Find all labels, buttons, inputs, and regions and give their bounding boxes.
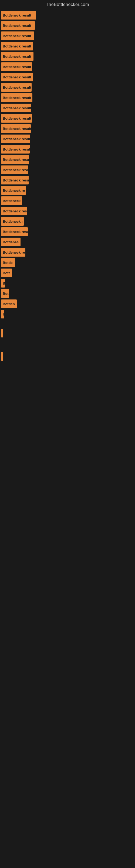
bottleneck-bar: Bot <box>1 289 9 298</box>
bar-row <box>0 348 135 350</box>
bar-label: Bottleneck result <box>3 44 31 48</box>
bar-row: B <box>0 279 135 287</box>
bar-label: Bott <box>3 271 10 275</box>
bar-row: Bottleneck result <box>0 155 135 164</box>
bar-row: Bottleneck result <box>0 114 135 123</box>
bottleneck-bar: Bottleneck result <box>1 145 30 154</box>
bottleneck-bar: Bottle <box>1 258 15 267</box>
bar-label: Bottleneck result <box>3 116 31 120</box>
bar-label: Bottleneck r <box>3 219 23 223</box>
bottleneck-bar: | <box>1 352 3 361</box>
bottleneck-bar: Bottleneck result <box>1 155 29 164</box>
bar-label: Bottleneck result <box>3 65 31 69</box>
bar-row: Bottleneck result <box>0 52 135 61</box>
bar-label: Bottleneck result <box>3 178 29 182</box>
bar-row: Bottleneck result <box>0 73 135 82</box>
bottleneck-bar: Bottleneck res <box>1 207 27 215</box>
bar-label: Bottleneck resu <box>3 230 28 234</box>
bar-row: Bot <box>0 289 135 298</box>
bar-row: | <box>0 352 135 361</box>
bar-row: | <box>0 329 135 337</box>
bottleneck-bar: Bottleneck <box>1 196 22 205</box>
bottleneck-bar: Bottleneck result <box>1 104 31 112</box>
bar-row: Bottleneck result <box>0 134 135 143</box>
bar-row <box>0 320 135 323</box>
bar-label: Bottleneck result <box>3 55 31 59</box>
bar-label: Bottleneck result <box>3 106 31 110</box>
bar-label: Bottlen <box>3 302 15 306</box>
bar-label: Bottleneck result <box>3 86 31 90</box>
bar-row: Bottleneck resu <box>0 227 135 236</box>
bar-label: | <box>3 354 3 359</box>
bar-row: Bottlen <box>0 300 135 308</box>
bar-label: | <box>3 331 3 335</box>
bottleneck-bar: Bottleneck result <box>1 93 32 102</box>
bottleneck-bar: Bottleneck resu <box>1 227 28 236</box>
bottleneck-bar: Bottleneck result <box>1 21 35 30</box>
bar-row: Bott <box>0 269 135 277</box>
bar-row: Bottleneck result <box>0 124 135 133</box>
bar-label: Bottleneck result <box>3 34 31 38</box>
bottleneck-bar: Bottleneck re <box>1 248 26 257</box>
bottleneck-bar: Bottleneck re <box>1 186 26 195</box>
bar-label: Bottleneck result <box>3 137 30 141</box>
bar-row: Bottleneck result <box>0 42 135 51</box>
bottleneck-bar: Bottleneck r <box>1 217 24 226</box>
bottleneck-bar: B <box>1 279 5 287</box>
bar-label: Bottleneck resu <box>3 168 28 172</box>
bar-row: Bottleneck res <box>0 207 135 215</box>
bottleneck-bar: Bottleneck result <box>1 176 29 184</box>
bottleneck-bar: Bottleneck result <box>1 11 36 20</box>
bar-label: B <box>3 281 5 285</box>
bar-label: Bottleneck result <box>3 127 31 131</box>
bar-row: Bottleneck result <box>0 176 135 184</box>
bottleneck-bar: Bottlen <box>1 300 17 308</box>
bar-row: Bottleneck result <box>0 21 135 30</box>
bar-label: Bottleneck result <box>3 75 31 79</box>
bar-label: Bottleneck result <box>3 158 29 162</box>
bottleneck-bar: | <box>1 329 3 337</box>
bar-label: Bottleneck re <box>3 250 25 254</box>
bottleneck-bar: Bottleneck result <box>1 62 32 71</box>
bar-row: Bottlenec <box>0 238 135 246</box>
bar-row: Bottleneck result <box>0 11 135 20</box>
bar-label: Bottleneck res <box>3 209 27 213</box>
site-title: TheBottlenecker.com <box>0 0 135 8</box>
bars-container: Bottleneck resultBottleneck resultBottle… <box>0 8 135 361</box>
bar-row: B <box>0 310 135 318</box>
bar-row: Bottleneck <box>0 196 135 205</box>
bar-label: Bottleneck result <box>3 96 31 100</box>
bar-row: Bottleneck result <box>0 31 135 40</box>
bottleneck-bar: Bottleneck result <box>1 31 34 40</box>
bar-label: Bottle <box>3 261 13 265</box>
bottleneck-bar: Bottleneck result <box>1 134 30 143</box>
bottleneck-bar: B <box>1 310 4 318</box>
bar-label: Bottleneck <box>3 199 20 203</box>
bottleneck-bar: Bottleneck result <box>1 83 32 92</box>
bar-label: Bottleneck re <box>3 188 25 193</box>
bar-label: Bottleneck result <box>3 13 31 18</box>
bar-row: Bottleneck result <box>0 104 135 112</box>
bar-row: Bottleneck result <box>0 83 135 92</box>
bottleneck-bar: Bottleneck result <box>1 42 33 51</box>
bar-row: Bottleneck result <box>0 93 135 102</box>
bar-row: Bottleneck re <box>0 186 135 195</box>
bar-label: B <box>3 312 4 316</box>
bar-label: Bottlenec <box>3 240 18 244</box>
bar-row: Bottleneck resu <box>0 165 135 174</box>
bar-label: Bot <box>3 291 9 296</box>
bar-row <box>0 343 135 346</box>
bar-row <box>0 339 135 342</box>
bottleneck-bar: Bottleneck result <box>1 52 34 61</box>
bar-row: Bottleneck result <box>0 145 135 154</box>
bottleneck-bar: Bottleneck resu <box>1 165 28 174</box>
bar-row: Bottleneck result <box>0 62 135 71</box>
bottleneck-bar: Bottleneck result <box>1 114 32 123</box>
bar-label: Bottleneck result <box>3 147 30 151</box>
bottleneck-bar: Bott <box>1 269 12 277</box>
bar-row: Bottleneck re <box>0 248 135 257</box>
bottleneck-bar: Bottleneck result <box>1 73 33 82</box>
bar-label: Bottleneck result <box>3 24 31 28</box>
bottleneck-bar: Bottlenec <box>1 238 20 246</box>
bottleneck-bar: Bottleneck result <box>1 124 31 133</box>
